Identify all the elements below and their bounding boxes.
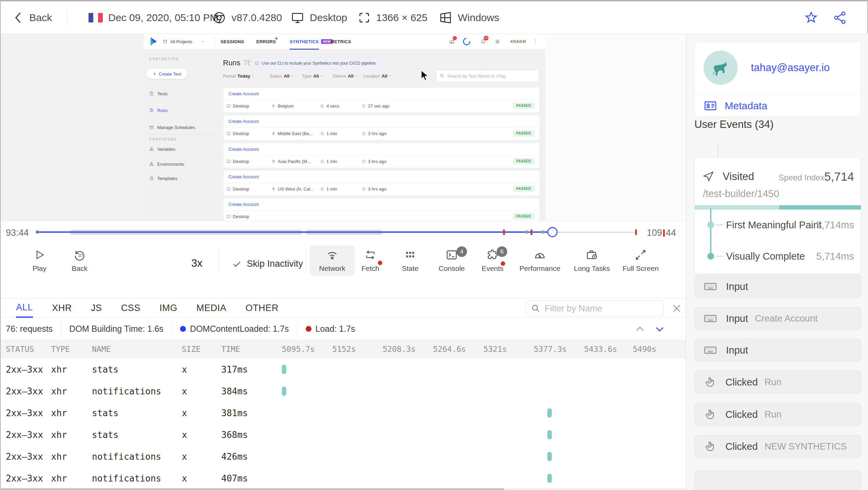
long-tasks-panel-button[interactable]: Long Tasks: [568, 248, 616, 273]
chevron-down-icon: [354, 74, 358, 78]
run-name-link[interactable]: Create Account: [224, 143, 539, 156]
filter-status[interactable]: Status All: [270, 72, 294, 80]
sidebar-item-tests[interactable]: Tests: [149, 89, 167, 98]
tab-other[interactable]: OTHER: [245, 298, 278, 318]
skip-inactivity-toggle[interactable]: Skip Inactivity: [232, 259, 303, 269]
col-type: TYPE: [51, 345, 70, 354]
test-search-input[interactable]: [447, 74, 535, 79]
event-item-input[interactable]: Input: [694, 275, 861, 298]
event-item-input[interactable]: Input Create Account: [694, 307, 861, 330]
share-button[interactable]: [833, 1, 847, 34]
keyboard-icon: [704, 312, 717, 325]
request-timing-marker: [282, 365, 286, 374]
run-name-link[interactable]: Create Account: [224, 171, 539, 183]
metadata-button[interactable]: Metadata: [704, 99, 767, 113]
visited-event-card[interactable]: Visited Speed Index 5,714 /test-builder/…: [694, 157, 861, 274]
network-request-row[interactable]: 2xx–3xx xhr notifications x 384ms: [1, 380, 686, 402]
filter-type[interactable]: Type All: [302, 72, 323, 80]
col-status: STATUS: [6, 345, 34, 354]
network-request-row[interactable]: 2xx–3xx xhr stats x 317ms: [1, 359, 686, 380]
speed-index-label: Speed Index: [778, 173, 824, 182]
favorite-button[interactable]: [804, 1, 818, 34]
clock-icon: [361, 104, 366, 108]
location-pin-icon: [271, 159, 276, 164]
cli-banner: Use our CLI to include your Synthetics i…: [250, 57, 381, 69]
run-name-link[interactable]: Create Account: [224, 198, 539, 211]
event-item-clicked[interactable]: Clicked Run: [694, 371, 861, 394]
tab-xhr[interactable]: XHR: [52, 298, 72, 318]
horizontal-scrollbar[interactable]: [1, 488, 686, 490]
sidebar-item-runs[interactable]: Runs: [149, 106, 167, 114]
remaining-line: [558, 232, 637, 233]
play-icon: [33, 248, 46, 261]
speed-toggle[interactable]: 3x: [191, 257, 203, 270]
close-panel-button[interactable]: [671, 303, 682, 314]
request-timing-marker: [547, 452, 552, 461]
network-request-row[interactable]: 2xx–3xx xhr stats x 381ms: [1, 402, 686, 424]
tab-all[interactable]: ALL: [16, 298, 33, 318]
user-email[interactable]: tahay@asayer.io: [751, 62, 830, 74]
performance-panel-button[interactable]: Performance: [516, 248, 564, 273]
filter-period[interactable]: Period Today: [223, 72, 255, 80]
test-search[interactable]: [436, 70, 539, 82]
tab-metrics[interactable]: METRICS: [331, 33, 351, 50]
jump-previous-button[interactable]: [634, 323, 646, 335]
run-row[interactable]: Create Account Desktop Asia Pacific (M..…: [224, 143, 539, 168]
network-request-row[interactable]: 2xx–3xx xhr notifications x 407ms: [1, 468, 686, 489]
settings-button[interactable]: [494, 33, 501, 50]
scrollbar-thumb[interactable]: [1, 488, 504, 490]
back-button[interactable]: Back: [14, 1, 52, 34]
cli-link[interactable]: CLI: [277, 61, 284, 66]
tab-errors[interactable]: ERRORS: [256, 33, 276, 50]
sidebar-item-environments[interactable]: Environments: [149, 160, 184, 168]
console-panel-button[interactable]: Console 4: [428, 248, 476, 273]
network-filter[interactable]: [526, 300, 664, 316]
kebab-menu[interactable]: ⋮: [533, 33, 538, 50]
metric-visually-complete: Visually Complete 5,714ms: [695, 250, 861, 262]
chevron-down-icon: [320, 74, 323, 78]
run-row[interactable]: Create Account Desktop Middle East (Ba..…: [224, 115, 539, 140]
stopwatch-icon: [320, 159, 324, 164]
sidebar-item-templates[interactable]: Templates: [149, 174, 177, 182]
user-menu[interactable]: KRAIEM: [511, 33, 526, 50]
network-request-row[interactable]: 2xx–3xx xhr notifications x 426ms: [1, 446, 686, 468]
network-filter-input[interactable]: [545, 303, 659, 314]
monitor-icon: [226, 159, 231, 164]
event-item-clicked[interactable]: Clicked Run: [694, 403, 861, 426]
tab-css[interactable]: CSS: [121, 298, 141, 318]
run-name-link[interactable]: Create Account: [224, 88, 539, 100]
tab-js[interactable]: JS: [91, 298, 102, 318]
tab-synthetics[interactable]: SYNTHETICS NEW: [290, 33, 333, 50]
project-selector[interactable]: All Projects: [163, 33, 205, 50]
announcements-button[interactable]: 1: [449, 33, 455, 50]
player-controls: Play 10 Back 3x Skip Inactivity Network: [1, 243, 686, 298]
tab-img[interactable]: IMG: [160, 298, 178, 318]
filter-location[interactable]: Location All: [363, 72, 392, 80]
sidebar-item-variables[interactable]: Variables: [149, 145, 175, 153]
event-item-input[interactable]: Input: [694, 339, 861, 362]
events-panel-button[interactable]: Events 6: [469, 248, 516, 273]
run-row[interactable]: Create Account Desktop US West (N. Cal..…: [224, 171, 539, 195]
create-test-button[interactable]: Create Test: [146, 69, 187, 79]
sidebar-section-synthetics: SYNTHETICS: [149, 57, 179, 61]
tab-media[interactable]: MEDIA: [196, 298, 226, 318]
event-item-clicked[interactable]: Clicked NEW SYNTHETICS: [694, 435, 861, 458]
col-name: NAME: [92, 345, 111, 354]
jump-next-button[interactable]: [654, 323, 665, 335]
run-row[interactable]: Create Account Desktop Belgium 4 secs 27…: [224, 88, 539, 112]
back-10s-button[interactable]: 10 Back: [56, 248, 103, 273]
monitor-icon: [291, 11, 304, 24]
filter-device[interactable]: Device All: [333, 72, 358, 80]
sidebar-item-manage-schedules[interactable]: Manage Schedules: [149, 123, 195, 131]
run-name-link[interactable]: Create Account: [224, 115, 539, 128]
notifications-button[interactable]: 33: [480, 33, 486, 50]
full-screen-button[interactable]: Full Screen: [617, 248, 664, 273]
playhead-handle[interactable]: [547, 227, 558, 237]
event-item-partial[interactable]: [694, 470, 861, 490]
network-request-row[interactable]: 2xx–3xx xhr stats x 368ms: [1, 424, 686, 446]
playback-timeline[interactable]: 93:44 10944: [1, 221, 686, 243]
request-timing-marker: [282, 387, 286, 396]
tab-sessions[interactable]: SESSIONS: [221, 33, 244, 50]
run-row[interactable]: Create Account Desktop PASSED: [224, 198, 539, 221]
state-panel-button[interactable]: State: [386, 248, 434, 273]
